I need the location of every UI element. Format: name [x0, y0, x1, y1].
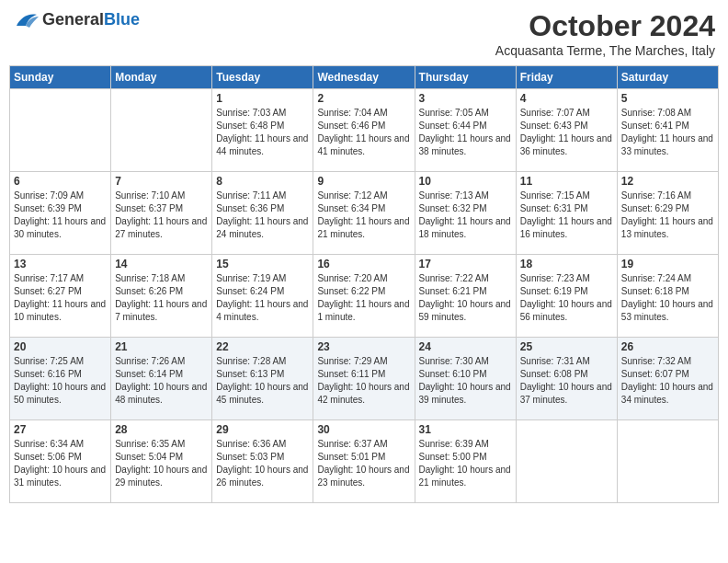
day-number: 3: [419, 92, 512, 105]
calendar-day-cell: 2 Sunrise: 7:04 AMSunset: 6:46 PMDayligh…: [313, 89, 415, 172]
day-number: 12: [621, 175, 714, 188]
day-detail: Sunrise: 7:18 AMSunset: 6:26 PMDaylight:…: [115, 272, 208, 324]
calendar-day-cell: 15 Sunrise: 7:19 AMSunset: 6:24 PMDaylig…: [212, 255, 313, 338]
calendar-day-cell: 12 Sunrise: 7:16 AMSunset: 6:29 PMDaylig…: [617, 172, 718, 255]
location-title: Acquasanta Terme, The Marches, Italy: [495, 43, 715, 58]
logo-icon: [13, 9, 39, 29]
calendar-day-cell: 13 Sunrise: 7:17 AMSunset: 6:27 PMDaylig…: [10, 255, 111, 338]
calendar-day-cell: 18 Sunrise: 7:23 AMSunset: 6:19 PMDaylig…: [516, 255, 617, 338]
day-detail: Sunrise: 7:05 AMSunset: 6:44 PMDaylight:…: [419, 107, 512, 158]
calendar-body: 1 Sunrise: 7:03 AMSunset: 6:48 PMDayligh…: [10, 89, 719, 503]
day-number: 13: [14, 258, 107, 270]
calendar-week-row: 20 Sunrise: 7:25 AMSunset: 6:16 PMDaylig…: [10, 338, 719, 420]
weekday-header-cell: Sunday: [10, 66, 111, 89]
day-detail: Sunrise: 7:13 AMSunset: 6:32 PMDaylight:…: [419, 190, 512, 241]
calendar-day-cell: 31 Sunrise: 6:39 AMSunset: 5:00 PMDaylig…: [415, 420, 516, 503]
calendar-week-row: 1 Sunrise: 7:03 AMSunset: 6:48 PMDayligh…: [10, 89, 719, 172]
calendar-day-cell: [516, 420, 617, 503]
day-detail: Sunrise: 7:20 AMSunset: 6:22 PMDaylight:…: [317, 272, 410, 324]
day-detail: Sunrise: 7:16 AMSunset: 6:29 PMDaylight:…: [621, 190, 714, 241]
day-number: 21: [115, 340, 208, 353]
day-detail: Sunrise: 7:12 AMSunset: 6:34 PMDaylight:…: [317, 190, 410, 241]
day-detail: Sunrise: 7:32 AMSunset: 6:07 PMDaylight:…: [621, 355, 714, 407]
calendar-day-cell: 19 Sunrise: 7:24 AMSunset: 6:18 PMDaylig…: [617, 255, 718, 338]
calendar-week-row: 6 Sunrise: 7:09 AMSunset: 6:39 PMDayligh…: [10, 172, 719, 255]
calendar-day-cell: 9 Sunrise: 7:12 AMSunset: 6:34 PMDayligh…: [313, 172, 415, 255]
weekday-header-cell: Saturday: [617, 66, 718, 89]
calendar-day-cell: 23 Sunrise: 7:29 AMSunset: 6:11 PMDaylig…: [313, 338, 415, 420]
day-detail: Sunrise: 7:26 AMSunset: 6:14 PMDaylight:…: [115, 355, 208, 407]
day-number: 27: [14, 423, 107, 436]
day-detail: Sunrise: 6:35 AMSunset: 5:04 PMDaylight:…: [115, 438, 208, 489]
day-number: 30: [317, 423, 410, 436]
weekday-header-row: SundayMondayTuesdayWednesdayThursdayFrid…: [10, 66, 719, 89]
day-number: 7: [115, 175, 208, 188]
day-number: 28: [115, 423, 208, 436]
calendar-day-cell: [10, 89, 111, 172]
weekday-header-cell: Monday: [111, 66, 212, 89]
weekday-header-cell: Tuesday: [212, 66, 313, 89]
weekday-header-cell: Wednesday: [313, 66, 415, 89]
day-number: 17: [419, 258, 512, 270]
day-detail: Sunrise: 7:08 AMSunset: 6:41 PMDaylight:…: [621, 107, 714, 158]
day-number: 23: [317, 340, 410, 353]
calendar-day-cell: 8 Sunrise: 7:11 AMSunset: 6:36 PMDayligh…: [212, 172, 313, 255]
day-detail: Sunrise: 7:22 AMSunset: 6:21 PMDaylight:…: [419, 272, 512, 324]
calendar-day-cell: 1 Sunrise: 7:03 AMSunset: 6:48 PMDayligh…: [212, 89, 313, 172]
day-number: 15: [216, 258, 309, 270]
calendar-day-cell: 4 Sunrise: 7:07 AMSunset: 6:43 PMDayligh…: [516, 89, 617, 172]
calendar-table: SundayMondayTuesdayWednesdayThursdayFrid…: [9, 65, 719, 503]
calendar-day-cell: 21 Sunrise: 7:26 AMSunset: 6:14 PMDaylig…: [111, 338, 212, 420]
day-number: 22: [216, 340, 309, 353]
day-number: 14: [115, 258, 208, 270]
day-number: 9: [317, 175, 410, 188]
day-number: 29: [216, 423, 309, 436]
day-number: 10: [419, 175, 512, 188]
day-number: 1: [216, 92, 309, 105]
calendar-day-cell: 6 Sunrise: 7:09 AMSunset: 6:39 PMDayligh…: [10, 172, 111, 255]
day-number: 5: [621, 92, 714, 105]
calendar-day-cell: [111, 89, 212, 172]
header: GeneralBlue October 2024 Acquasanta Term…: [9, 9, 719, 58]
day-number: 16: [317, 258, 410, 270]
day-detail: Sunrise: 7:07 AMSunset: 6:43 PMDaylight:…: [520, 107, 613, 158]
day-detail: Sunrise: 7:10 AMSunset: 6:37 PMDaylight:…: [115, 190, 208, 241]
day-detail: Sunrise: 6:34 AMSunset: 5:06 PMDaylight:…: [14, 438, 107, 489]
month-title: October 2024: [495, 9, 715, 43]
day-detail: Sunrise: 6:39 AMSunset: 5:00 PMDaylight:…: [419, 438, 512, 489]
day-number: 6: [14, 175, 107, 188]
day-number: 8: [216, 175, 309, 188]
day-detail: Sunrise: 7:23 AMSunset: 6:19 PMDaylight:…: [520, 272, 613, 324]
day-number: 19: [621, 258, 714, 270]
day-detail: Sunrise: 7:29 AMSunset: 6:11 PMDaylight:…: [317, 355, 410, 407]
calendar-day-cell: 26 Sunrise: 7:32 AMSunset: 6:07 PMDaylig…: [617, 338, 718, 420]
calendar-week-row: 13 Sunrise: 7:17 AMSunset: 6:27 PMDaylig…: [10, 255, 719, 338]
day-detail: Sunrise: 6:36 AMSunset: 5:03 PMDaylight:…: [216, 438, 309, 489]
day-number: 24: [419, 340, 512, 353]
calendar-week-row: 27 Sunrise: 6:34 AMSunset: 5:06 PMDaylig…: [10, 420, 719, 503]
calendar-day-cell: 20 Sunrise: 7:25 AMSunset: 6:16 PMDaylig…: [10, 338, 111, 420]
day-detail: Sunrise: 7:31 AMSunset: 6:08 PMDaylight:…: [520, 355, 613, 407]
day-number: 31: [419, 423, 512, 436]
calendar-day-cell: 30 Sunrise: 6:37 AMSunset: 5:01 PMDaylig…: [313, 420, 415, 503]
calendar-day-cell: 24 Sunrise: 7:30 AMSunset: 6:10 PMDaylig…: [415, 338, 516, 420]
logo: GeneralBlue: [13, 9, 140, 29]
calendar-day-cell: 5 Sunrise: 7:08 AMSunset: 6:41 PMDayligh…: [617, 89, 718, 172]
day-detail: Sunrise: 7:17 AMSunset: 6:27 PMDaylight:…: [14, 272, 107, 324]
calendar-day-cell: 3 Sunrise: 7:05 AMSunset: 6:44 PMDayligh…: [415, 89, 516, 172]
day-number: 25: [520, 340, 613, 353]
day-detail: Sunrise: 7:24 AMSunset: 6:18 PMDaylight:…: [621, 272, 714, 324]
day-number: 11: [520, 175, 613, 188]
logo-blue: Blue: [104, 10, 140, 29]
calendar-day-cell: 22 Sunrise: 7:28 AMSunset: 6:13 PMDaylig…: [212, 338, 313, 420]
day-detail: Sunrise: 7:25 AMSunset: 6:16 PMDaylight:…: [14, 355, 107, 407]
calendar-day-cell: 17 Sunrise: 7:22 AMSunset: 6:21 PMDaylig…: [415, 255, 516, 338]
day-detail: Sunrise: 7:03 AMSunset: 6:48 PMDaylight:…: [216, 107, 309, 158]
day-detail: Sunrise: 7:30 AMSunset: 6:10 PMDaylight:…: [419, 355, 512, 407]
day-number: 2: [317, 92, 410, 105]
calendar-day-cell: 11 Sunrise: 7:15 AMSunset: 6:31 PMDaylig…: [516, 172, 617, 255]
day-number: 20: [14, 340, 107, 353]
calendar-day-cell: 7 Sunrise: 7:10 AMSunset: 6:37 PMDayligh…: [111, 172, 212, 255]
calendar-day-cell: [617, 420, 718, 503]
title-area: October 2024 Acquasanta Terme, The March…: [495, 9, 715, 58]
